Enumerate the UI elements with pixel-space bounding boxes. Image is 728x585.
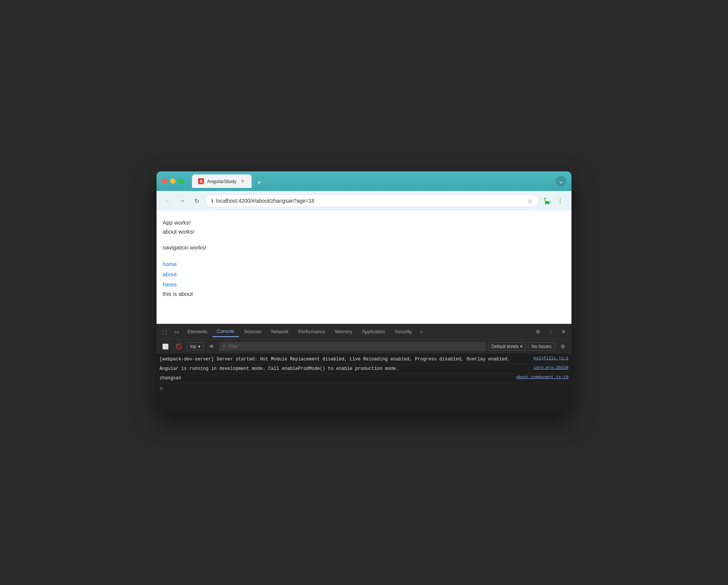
sidebar-toggle-icon[interactable]: ⬜ (160, 341, 171, 352)
devtools-right-icons: ⚙ ⋮ ✕ (532, 326, 569, 337)
tab-close-icon[interactable]: ✕ (240, 178, 246, 184)
traffic-lights (162, 179, 184, 184)
menu-button[interactable]: ⋮ (555, 196, 565, 206)
console-msg-text-3: zhangsan (160, 375, 513, 382)
default-levels-button[interactable]: Default levels ▾ (488, 342, 526, 351)
url-text: localhost:4200/#/about/zhangsan?age=18 (216, 198, 524, 204)
bookmark-icon[interactable]: ☆ (527, 197, 533, 205)
about-link[interactable]: about (163, 269, 565, 279)
browser-window: A AngularStudy ✕ + ⌄ ← → ↻ ℹ localhost:4… (157, 171, 571, 414)
context-selector[interactable]: top ▾ (187, 342, 204, 351)
console-message-2: Angular is running in development mode. … (157, 364, 571, 374)
console-msg-text-1: [webpack-dev-server] Server started: Hot… (160, 356, 531, 363)
console-msg-text-2: Angular is running in development mode. … (160, 365, 531, 372)
context-label: top (190, 344, 197, 349)
address-bar: ← → ↻ ℹ localhost:4200/#/about/zhangsan?… (157, 191, 571, 211)
about-works-text: about works! (163, 227, 565, 236)
issues-settings-icon[interactable]: ⚙ (557, 341, 568, 352)
eye-icon[interactable]: 👁 (206, 341, 217, 352)
expand-tabs-button[interactable]: ⌄ (556, 176, 566, 186)
console-source-2[interactable]: core.mjs:25520 (534, 365, 568, 370)
tab-application[interactable]: Application (357, 327, 389, 337)
console-prompt: > (157, 383, 571, 394)
close-button[interactable] (162, 179, 167, 184)
devtools-tab-bar: ⬚ ▭ Elements Console Sources Network Per… (157, 324, 571, 340)
tab-console[interactable]: Console (212, 326, 239, 337)
forward-button[interactable]: → (177, 196, 187, 206)
console-source-1[interactable]: polyfills.js:1 (534, 356, 568, 360)
devtools-more-icon[interactable]: ⋮ (545, 326, 556, 337)
console-toolbar: ⬜ 🚫 top ▾ 👁 ▽ Default levels ▾ No Issues… (157, 340, 571, 353)
tab-favicon: A (198, 178, 204, 184)
minimize-button[interactable] (170, 179, 175, 184)
console-source-3[interactable]: about.component.ts:19 (516, 375, 568, 379)
app-works-text: App works! (163, 218, 565, 227)
home-link[interactable]: home (163, 259, 565, 269)
navigation-works-text: navigation works! (163, 243, 565, 252)
browser-actions: 🦕 ⋮ (542, 196, 565, 206)
devtools-device-icon[interactable]: ▭ (171, 326, 182, 337)
levels-arrow-icon: ▾ (520, 344, 522, 349)
filter-input[interactable] (228, 344, 483, 349)
console-caret: > (160, 385, 163, 391)
active-tab[interactable]: A AngularStudy ✕ (192, 174, 252, 188)
tab-memory[interactable]: Memory (330, 327, 356, 337)
default-levels-label: Default levels (491, 344, 519, 349)
extensions-button[interactable]: 🦕 (542, 196, 553, 206)
tab-performance[interactable]: Performance (294, 327, 330, 337)
maximize-button[interactable] (178, 179, 184, 184)
tab-elements[interactable]: Elements (183, 327, 212, 337)
tab-security[interactable]: Security (390, 327, 416, 337)
devtools-close-icon[interactable]: ✕ (558, 326, 569, 337)
devtools-settings-icon[interactable]: ⚙ (532, 326, 544, 337)
this-is-about-text: this is about (163, 289, 565, 299)
clear-console-icon[interactable]: 🚫 (173, 341, 184, 352)
reload-button[interactable]: ↻ (191, 196, 202, 206)
filter-area: ▽ (220, 342, 486, 351)
more-tabs-button[interactable]: » (417, 327, 426, 337)
no-issues-button[interactable]: No Issues (528, 342, 555, 351)
info-icon: ℹ (211, 198, 213, 204)
tab-sources[interactable]: Sources (240, 327, 266, 337)
new-tab-button[interactable]: + (254, 177, 264, 188)
tab-network[interactable]: Network (267, 327, 293, 337)
console-output: [webpack-dev-server] Server started: Hot… (157, 353, 571, 414)
url-bar[interactable]: ℹ localhost:4200/#/about/zhangsan?age=18… (206, 194, 538, 207)
console-message-3: zhangsan about.component.ts:19 (157, 374, 571, 383)
page-content: App works! about works! navigation works… (157, 211, 571, 324)
filter-icon: ▽ (223, 344, 226, 349)
devtools-panel: ⬚ ▭ Elements Console Sources Network Per… (157, 324, 571, 414)
devtools-inspect-icon[interactable]: ⬚ (159, 326, 170, 337)
context-arrow-icon: ▾ (198, 344, 200, 349)
title-bar: A AngularStudy ✕ + ⌄ (157, 171, 571, 191)
tab-area: A AngularStudy ✕ + (192, 174, 552, 188)
news-link[interactable]: News (163, 279, 565, 289)
console-input[interactable] (164, 386, 568, 391)
console-message-1: [webpack-dev-server] Server started: Hot… (157, 355, 571, 364)
back-button[interactable]: ← (163, 196, 173, 206)
tab-title: AngularStudy (207, 179, 237, 184)
